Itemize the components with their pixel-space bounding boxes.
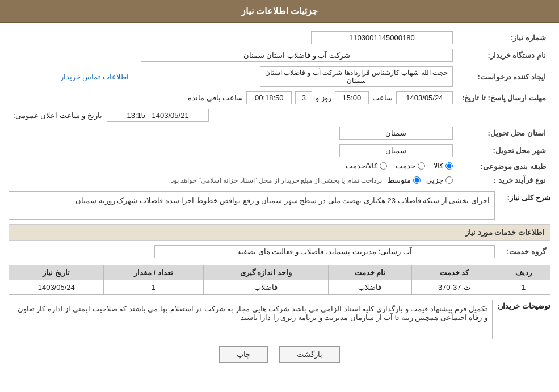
need-number-label: شماره نیاز: bbox=[457, 29, 550, 47]
city-row: شهر محل تحویل: سمنان bbox=[9, 142, 550, 159]
deadline-remaining-label: ساعت باقی مانده bbox=[188, 94, 243, 102]
purchase-radio-jozi[interactable] bbox=[445, 176, 453, 184]
service-group-table: گروه خدمت: آب رسانی؛ مدیریت پسماند، فاضل… bbox=[9, 243, 550, 260]
category-label-kala: کالا bbox=[434, 162, 443, 170]
buyer-org-value: شرکت آب و فاضلاب استان سمنان bbox=[141, 49, 453, 62]
basic-info-table: شماره نیاز: 1103001145000180 نام دستگاه … bbox=[9, 29, 550, 187]
need-number-row: شماره نیاز: 1103001145000180 bbox=[9, 29, 550, 47]
buyer-notes-label: توضیحات خریدار: bbox=[497, 300, 550, 310]
purchase-type-fields: جزیی متوسط پرداخت تمام یا بخشی از مبلغ خ… bbox=[13, 176, 453, 184]
purchase-type-row: نوع فرآیند خرید : جزیی متوسط پرداخت تمام… bbox=[9, 174, 550, 187]
announce-row: 1403/05/21 - 13:15 تاریخ و ساعت اعلان عم… bbox=[9, 107, 550, 124]
announce-label: تاریخ و ساعت اعلان عمومی: bbox=[13, 111, 102, 120]
city-label: شهر محل تحویل: bbox=[457, 142, 550, 159]
deadline-label: مهلت ارسال پاسخ: تا تاریخ: bbox=[457, 89, 550, 107]
deadline-row: مهلت ارسال پاسخ: تا تاریخ: 1403/05/24 سا… bbox=[9, 89, 550, 107]
purchase-label-jozi: جزیی bbox=[426, 176, 443, 184]
buyer-notes-section: توضیحات خریدار: تکمیل فرم پیشنهاد قیمت و… bbox=[9, 300, 550, 339]
purchase-type-note: پرداخت تمام یا بخشی از مبلغ خریدار از مح… bbox=[169, 176, 382, 184]
col-service-name: نام خدمت bbox=[329, 265, 411, 280]
deadline-days-label: روز و bbox=[316, 94, 331, 102]
category-label: طبقه بندی موضوعی: bbox=[457, 159, 550, 174]
print-button[interactable]: چاپ bbox=[219, 346, 268, 363]
table-row: 1ث-37-370فاضلابفاضلاب11403/05/24 bbox=[9, 280, 550, 295]
buyer-org-row: نام دستگاه خریدار: شرکت آب و فاضلاب استا… bbox=[9, 47, 550, 64]
category-label-both: کالا/خدمت bbox=[346, 162, 377, 170]
services-header-row: ردیف کد خدمت نام خدمت واحد اندازه گیری ت… bbox=[9, 265, 550, 280]
category-option-both[interactable]: کالا/خدمت bbox=[346, 162, 387, 170]
deadline-fields: 1403/05/24 ساعت 15:00 روز و 3 00:18:50 س… bbox=[13, 91, 453, 104]
back-button[interactable]: بازگشت bbox=[279, 346, 340, 363]
category-option-khedmat[interactable]: خدمت bbox=[396, 162, 425, 170]
header-title: جزئیات اطلاعات نیاز bbox=[241, 6, 318, 16]
description-section: شرح کلی نیاز: اجرای بخشی از شبکه فاضلاب … bbox=[9, 191, 550, 220]
description-value: اجرای بخشی از شبکه فاضلاب 23 هکتاری نهضت… bbox=[9, 191, 495, 220]
col-date: تاریخ نیاز bbox=[9, 265, 104, 280]
deadline-days: 3 bbox=[295, 91, 312, 104]
requester-label: ایجاد کننده درخواست: bbox=[457, 64, 550, 89]
category-radio-both[interactable] bbox=[380, 162, 387, 170]
category-radio-kala[interactable] bbox=[445, 162, 453, 170]
page-header: جزئیات اطلاعات نیاز bbox=[0, 0, 559, 23]
col-quantity: تعداد / مقدار bbox=[104, 265, 203, 280]
requester-row: ایجاد کننده درخواست: حجت الله شهاب کارشن… bbox=[9, 64, 550, 89]
col-row-num: ردیف bbox=[497, 265, 550, 280]
description-label: شرح کلی نیاز: bbox=[499, 191, 550, 202]
deadline-remaining: 00:18:50 bbox=[246, 91, 292, 104]
buyer-org-label: نام دستگاه خریدار: bbox=[457, 47, 550, 64]
services-table-head: ردیف کد خدمت نام خدمت واحد اندازه گیری ت… bbox=[9, 265, 550, 280]
announce-value: 1403/05/21 - 13:15 bbox=[107, 109, 209, 122]
page-wrapper: جزئیات اطلاعات نیاز شماره نیاز: 11030011… bbox=[0, 0, 559, 392]
service-group-label: گروه خدمت: bbox=[499, 243, 550, 260]
purchase-type-label: نوع فرآیند خرید : bbox=[457, 174, 550, 187]
buyer-notes-value: تکمیل فرم پیشنهاد قیمت و بارگذاری کلیه ا… bbox=[9, 300, 493, 339]
category-radio-group: کالا خدمت کالا/خدمت bbox=[346, 162, 453, 170]
services-info-title: اطلاعات خدمات مورد نیاز bbox=[9, 224, 550, 241]
province-value: سمنان bbox=[339, 127, 453, 140]
deadline-date: 1403/05/24 bbox=[396, 91, 453, 104]
service-group-row: گروه خدمت: آب رسانی؛ مدیریت پسماند، فاضل… bbox=[9, 243, 550, 260]
requester-value: حجت الله شهاب کارشناس قراردادها شرکت آب … bbox=[260, 66, 453, 87]
need-number-value: 1103001145000180 bbox=[311, 31, 453, 44]
announce-fields: 1403/05/21 - 13:15 تاریخ و ساعت اعلان عم… bbox=[13, 109, 453, 122]
category-label-khedmat: خدمت bbox=[396, 162, 415, 170]
purchase-type-motavasset[interactable]: متوسط bbox=[388, 176, 421, 184]
category-option-kala[interactable]: کالا bbox=[434, 162, 453, 170]
contact-link[interactable]: اطلاعات تماس خریدار bbox=[60, 73, 129, 81]
services-table-body: 1ث-37-370فاضلابفاضلاب11403/05/24 bbox=[9, 280, 550, 295]
deadline-time-label: ساعت bbox=[372, 94, 393, 102]
col-unit: واحد اندازه گیری bbox=[203, 265, 329, 280]
services-table: ردیف کد خدمت نام خدمت واحد اندازه گیری ت… bbox=[9, 265, 550, 295]
purchase-radio-motavasset[interactable] bbox=[413, 176, 421, 184]
city-value: سمنان bbox=[339, 144, 453, 157]
service-group-value: آب رسانی؛ مدیریت پسماند، فاضلاب و فعالیت… bbox=[154, 245, 495, 258]
province-label: استان محل تحویل: bbox=[457, 124, 550, 142]
main-content: شماره نیاز: 1103001145000180 نام دستگاه … bbox=[0, 23, 559, 375]
purchase-label-motavasset: متوسط bbox=[388, 176, 411, 184]
action-buttons: بازگشت چاپ bbox=[9, 346, 550, 363]
purchase-type-jozi[interactable]: جزیی bbox=[426, 176, 453, 184]
col-service-code: کد خدمت bbox=[411, 265, 497, 280]
deadline-time: 15:00 bbox=[335, 91, 369, 104]
category-radio-khedmat[interactable] bbox=[418, 162, 425, 170]
category-row: طبقه بندی موضوعی: کالا خدمت bbox=[9, 159, 550, 174]
province-row: استان محل تحویل: سمنان bbox=[9, 124, 550, 142]
